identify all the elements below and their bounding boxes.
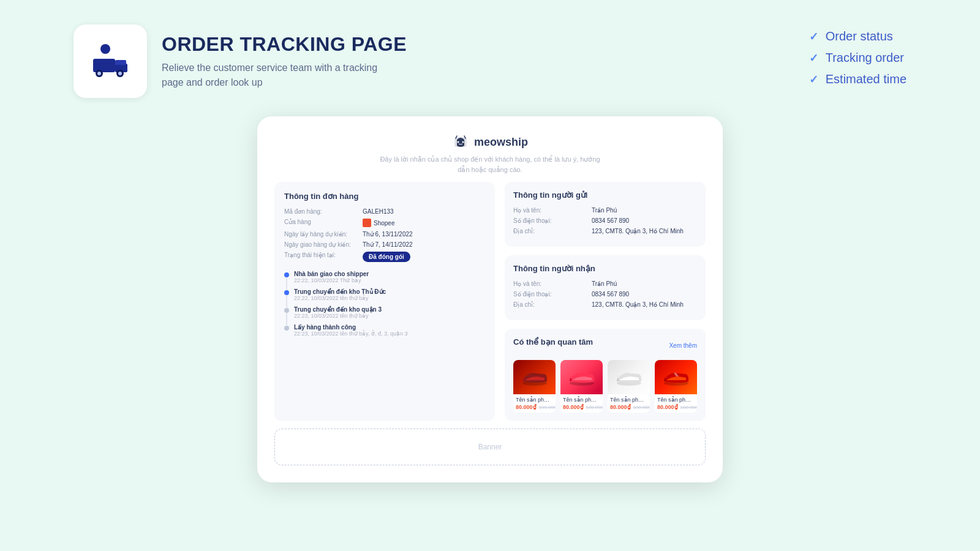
feature-item-2: ✓ Tracking order: [809, 51, 907, 65]
delivery-date-value: Thứ 7, 14/11/2022: [363, 241, 413, 248]
timeline-content-1: Nhà bán giao cho shipper 22:22, 10/03/20…: [294, 271, 485, 283]
view-more-button[interactable]: Xem thêm: [669, 342, 697, 349]
feature-label-3: Estimated time: [826, 72, 907, 86]
timeline-dot-1: [284, 272, 289, 277]
brand-logo-icon: [452, 133, 469, 151]
products-grid: Tên sản phẩm đ... 80.000₫ 100.000₫: [513, 360, 697, 413]
preview-card: meowship Đây là lời nhắn của chủ shop đế…: [257, 116, 723, 482]
order-id-value: GALEH133: [363, 208, 394, 215]
header-text: ORDER TRACKING PAGE Relieve the customer…: [162, 33, 407, 90]
timeline-content-4: Lấy hàng thành công 22:23, 10/03/2022 tê…: [294, 324, 485, 337]
shoe-svg-4: [662, 368, 691, 386]
timeline-subtitle-1: 22:22, 10/03/2022 Thứ bảy: [294, 277, 485, 283]
order-columns: Thông tin đơn hàng Mã đơn hàng: GALEH133…: [274, 182, 706, 421]
brand-name: meowship: [474, 136, 528, 149]
receiver-address-label: Địa chỉ:: [513, 301, 587, 308]
sender-phone-row: Số điện thoại: 0834 567 890: [513, 217, 697, 224]
sender-title: Thông tin người gửi: [513, 190, 697, 200]
product-item-1[interactable]: Tên sản phẩm đ... 80.000₫ 100.000₫: [513, 360, 556, 413]
order-id-label: Mã đơn hàng:: [284, 208, 358, 215]
product-price-row-1: 80.000₫ 100.000₫: [513, 403, 556, 413]
shoe-svg-1: [520, 368, 549, 386]
product-price-1: 80.000₫: [516, 404, 537, 410]
order-info-card: Thông tin đơn hàng Mã đơn hàng: GALEH133…: [274, 182, 495, 421]
product-price-row-4: 80.000₫ 100.000₫: [655, 403, 697, 413]
feature-list: ✓ Order status ✓ Tracking order ✓ Estima…: [809, 24, 907, 86]
store-row: Cửa hàng Shopee: [284, 219, 485, 227]
product-price-row-2: 80.000₫ 100.000₫: [560, 403, 603, 413]
product-price-row-3: 80.000₫ 100.000₫: [608, 403, 650, 413]
receiver-phone-value: 0834 567 890: [592, 291, 629, 298]
receiver-name-label: Họ và tên:: [513, 280, 587, 287]
status-row: Trạng thái hiện tại: Đã đóng gói: [284, 252, 485, 262]
sender-name-value: Trần Phú: [592, 207, 617, 214]
receiver-phone-row: Số điện thoại: 0834 567 890: [513, 291, 697, 298]
receiver-address-row: Địa chỉ: 123, CMT8. Quận 3, Hồ Chí Minh: [513, 301, 697, 308]
shoe-svg-2: [567, 368, 597, 386]
order-id-row: Mã đơn hàng: GALEH133: [284, 208, 485, 215]
timeline-line-2: [286, 295, 287, 307]
sender-address-label: Địa chỉ:: [513, 228, 587, 234]
product-price-3: 80.000₫: [610, 404, 631, 410]
svg-point-11: [462, 141, 464, 143]
page-title: ORDER TRACKING PAGE: [162, 33, 407, 56]
timeline-content-2: Trung chuyển đến kho Thủ Đức 22:22, 10/0…: [294, 288, 485, 301]
timeline-content-3: Trung chuyển đến kho quận 3 22:23, 10/03…: [294, 306, 485, 319]
shopee-badge: Shopee: [363, 219, 394, 227]
status-badge: Đã đóng gói: [363, 252, 410, 262]
timeline-item-2: Trung chuyển đến kho Thủ Đức 22:22, 10/0…: [284, 288, 485, 301]
brand-header: meowship Đây là lời nhắn của chủ shop đế…: [274, 133, 706, 174]
sender-phone-label: Số điện thoại:: [513, 217, 587, 224]
related-title: Có thể bạn quan tâm: [513, 337, 593, 347]
shoe-svg-3: [614, 368, 644, 386]
product-item-2[interactable]: Tên sản phẩm đ... 80.000₫ 100.000₫: [560, 360, 603, 413]
feature-label-1: Order status: [826, 29, 893, 43]
timeline-title-4: Lấy hàng thành công: [294, 324, 485, 331]
check-icon-1: ✓: [809, 30, 818, 43]
svg-rect-0: [93, 59, 115, 72]
product-name-2: Tên sản phẩm đ...: [560, 394, 603, 403]
timeline-dot-3: [284, 308, 289, 313]
svg-point-4: [97, 72, 101, 75]
timeline-item-4: Lấy hàng thành công 22:23, 10/03/2022 tê…: [284, 324, 485, 337]
brand-logo: meowship: [452, 133, 528, 151]
check-icon-3: ✓: [809, 73, 818, 86]
product-item-3[interactable]: Tên sản phẩm đ... 80.000₫ 100.000₫: [608, 360, 650, 413]
order-info-title: Thông tin đơn hàng: [284, 192, 485, 201]
timeline-subtitle-2: 22:22, 10/03/2022 tên thứ bảy: [294, 295, 485, 301]
timeline-dot-2: [284, 290, 289, 295]
product-old-price-2: 100.000₫: [586, 405, 603, 410]
status-label: Trạng thái hiện tại:: [284, 252, 358, 258]
receiver-address-value: 123, CMT8. Quận 3, Hồ Chí Minh: [592, 301, 684, 308]
banner-label: Banner: [478, 443, 502, 451]
timeline-item-3: Trung chuyển đến kho quận 3 22:23, 10/03…: [284, 306, 485, 319]
product-item-4[interactable]: Tên sản phẩm đ... 80.000₫ 100.000₫: [655, 360, 697, 413]
timeline-line-1: [286, 277, 287, 290]
receiver-name-value: Trần Phú: [592, 280, 617, 287]
brand-tagline: Đây là lời nhắn của chủ shop đến với khá…: [380, 154, 600, 174]
sender-name-label: Họ và tên:: [513, 207, 587, 214]
tracking-timeline: Nhà bán giao cho shipper 22:22, 10/03/20…: [284, 271, 485, 337]
feature-item-1: ✓ Order status: [809, 29, 907, 43]
shopee-icon: [363, 219, 371, 227]
product-img-2: [560, 360, 603, 394]
header-left: ORDER TRACKING PAGE Relieve the customer…: [74, 24, 407, 98]
logo-icon: [88, 39, 132, 83]
pickup-date-value: Thứ 6, 13/11/2022: [363, 231, 413, 238]
receiver-title: Thông tin người nhận: [513, 264, 697, 273]
sender-phone-value: 0834 567 890: [592, 217, 629, 224]
svg-point-6: [118, 72, 122, 75]
product-img-4: [655, 360, 697, 394]
feature-label-2: Tracking order: [826, 51, 904, 65]
delivery-date-label: Ngày giao hàng dự kiến:: [284, 241, 358, 248]
product-old-price-3: 100.000₫: [633, 405, 650, 410]
product-img-3: [608, 360, 650, 394]
feature-item-3: ✓ Estimated time: [809, 72, 907, 86]
product-name-1: Tên sản phẩm đ...: [513, 394, 556, 403]
sender-address-value: 123, CMT8. Quận 3, Hồ Chí Minh: [592, 228, 684, 234]
product-name-4: Tên sản phẩm đ...: [655, 394, 697, 403]
timeline-subtitle-4: 22:23, 10/03/2022 tên thứ bảy, ở, đ, 3, …: [294, 331, 485, 337]
svg-rect-2: [115, 60, 126, 65]
store-value: Shopee: [374, 220, 394, 227]
pickup-date-label: Ngày lấy hàng dự kiến:: [284, 231, 358, 238]
